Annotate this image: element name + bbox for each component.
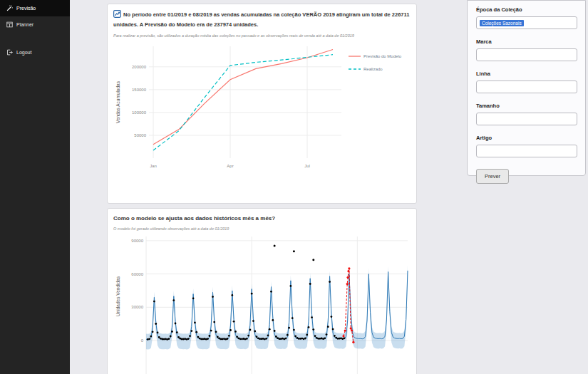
card-cumulative-sales: No período entre 01/2019 e 08/2019 as ve…	[107, 4, 417, 204]
sidebar-item-label: Previsão	[16, 6, 36, 11]
sidebar-item-label: Logout	[16, 50, 31, 55]
epoca-label: Época da Coleção	[476, 6, 577, 13]
svg-text:50000: 50000	[134, 133, 146, 137]
svg-text:Unidades Vendidas: Unidades Vendidas	[115, 276, 120, 316]
artigo-label: Artigo	[476, 135, 577, 141]
svg-text:Jul: Jul	[304, 164, 310, 168]
marca-input[interactable]	[476, 48, 577, 61]
fit-title: Como o modelo se ajusta aos dados histór…	[113, 215, 411, 222]
fit-note: O modelo foi gerado utilizando observaçõ…	[113, 227, 411, 231]
chart-line-icon	[113, 10, 121, 21]
sidebar-item-previsao[interactable]: Previsão	[0, 0, 70, 16]
sidebar-item-planner[interactable]: Planner	[0, 16, 70, 33]
svg-text:Previsão do Modelo: Previsão do Modelo	[363, 54, 402, 58]
linha-input[interactable]	[476, 80, 577, 93]
sidebar-item-logout[interactable]: Logout	[0, 44, 70, 61]
cumulative-note: Para realizar a previsão, são utilizados…	[113, 33, 411, 38]
sidebar: Previsão Planner Logout	[0, 0, 70, 374]
artigo-input[interactable]	[476, 145, 577, 157]
cumulative-headline-text: No período entre 01/2019 e 08/2019 as ve…	[113, 11, 409, 28]
epoca-selected-value: Coleções Sazonais	[480, 20, 524, 26]
svg-text:200000: 200000	[132, 65, 147, 69]
svg-text:0: 0	[141, 338, 144, 343]
prever-button[interactable]: Prever	[476, 169, 509, 184]
table-icon	[6, 21, 13, 28]
cumulative-headline: No período entre 01/2019 e 08/2019 as ve…	[113, 10, 411, 28]
tamanho-label: Tamanho	[476, 103, 577, 109]
svg-text:100000: 100000	[132, 110, 147, 115]
svg-text:90000: 90000	[131, 239, 143, 243]
svg-text:Jan: Jan	[150, 164, 157, 168]
tamanho-input[interactable]	[476, 113, 577, 125]
sidebar-item-label: Planner	[16, 22, 33, 27]
card-model-fit: Como o modelo se ajusta aos dados histór…	[107, 208, 417, 374]
model-fit-chart: 0300006000090000Unidades Vendidas	[113, 234, 411, 374]
svg-text:60000: 60000	[131, 272, 143, 276]
filter-panel: Época da Coleção Coleções Sazonais Marca…	[467, 0, 586, 176]
svg-text:Realizado: Realizado	[363, 67, 383, 71]
epoca-select[interactable]: Coleções Sazonais	[476, 16, 577, 29]
main-content: No período entre 01/2019 e 08/2019 as ve…	[107, 0, 417, 374]
svg-text:150000: 150000	[132, 88, 147, 92]
linha-label: Linha	[476, 71, 577, 77]
marca-label: Marca	[476, 38, 577, 45]
svg-text:30000: 30000	[131, 305, 143, 309]
svg-text:Vendas Acumuladas: Vendas Acumuladas	[115, 81, 120, 124]
svg-text:Apr: Apr	[227, 164, 233, 168]
sign-out-icon	[6, 49, 13, 56]
cumulative-sales-chart: 50000100000150000200000JanAprJulVendas A…	[113, 41, 411, 185]
magic-wand-icon	[6, 5, 13, 11]
